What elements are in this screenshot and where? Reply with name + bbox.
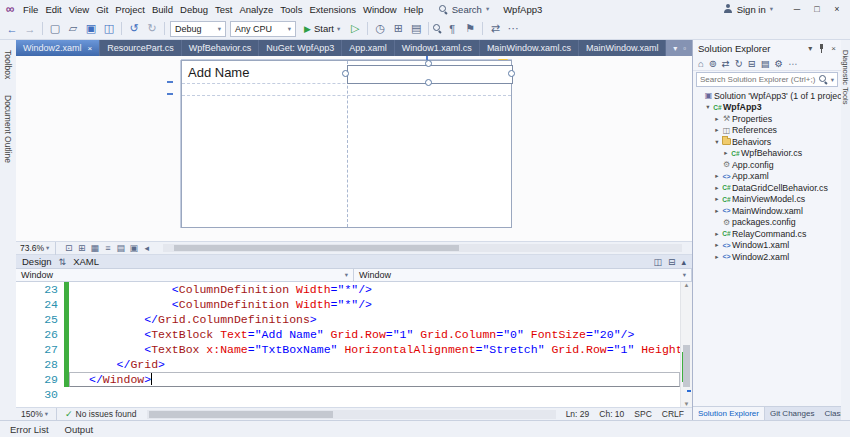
save-icon[interactable]: ▣ <box>83 22 99 35</box>
element-dropdown-left[interactable]: Window ▾ <box>16 269 354 281</box>
scrollbar-thumb[interactable] <box>174 245 459 251</box>
doc-tab-mainwindow-xaml-cs[interactable]: MainWindow.xaml.cs <box>480 40 579 56</box>
split-horizontal-icon[interactable]: ⊟ <box>668 257 676 267</box>
resize-handle-bottom[interactable] <box>425 79 432 86</box>
expander-collapsed-icon[interactable]: ▸ <box>713 241 721 249</box>
tree-item-app-config[interactable]: ⚙App.config <box>693 159 841 171</box>
tree-item-window2-xaml[interactable]: ▸<>Window2.xaml <box>693 251 841 263</box>
refresh-icon[interactable]: ↻ <box>735 58 743 69</box>
wpf-designer-surface[interactable]: Add Name <box>16 56 692 242</box>
pending-changes-filter-icon[interactable]: ⊚ <box>709 58 717 69</box>
designer-horizontal-scrollbar[interactable] <box>163 244 682 252</box>
code-line-25[interactable]: 25 </Grid.ColumnDefinitions> <box>16 312 680 327</box>
editor-horizontal-scrollbar[interactable] <box>147 410 556 419</box>
start-without-debugging-icon[interactable]: ▷ <box>347 22 363 35</box>
solution-platform-dropdown[interactable]: Any CPU▾ <box>230 21 296 37</box>
expander-collapsed-icon[interactable]: ▸ <box>713 184 721 192</box>
code-line-24[interactable]: 24 <ColumnDefinition Width="*"/> <box>16 297 680 312</box>
menu-window[interactable]: Window <box>359 3 400 16</box>
expander-collapsed-icon[interactable]: ▸ <box>713 195 721 203</box>
code-line-29[interactable]: 29</Window> <box>16 372 680 387</box>
zoom-fit-icon[interactable]: ⊡ <box>62 243 75 253</box>
batch-build-icon[interactable]: ▤ <box>408 22 424 35</box>
tree-item-behaviors[interactable]: ▾Behaviors <box>693 136 841 148</box>
show-snaplines-icon[interactable]: ≡ <box>101 243 114 253</box>
doc-tab-app-xaml[interactable]: App.xaml <box>342 40 395 56</box>
swap-panes-icon[interactable]: ⇅ <box>59 257 67 267</box>
tree-item-packages-config[interactable]: ⚙packages.config <box>693 217 841 229</box>
resize-handle-top[interactable] <box>425 60 432 67</box>
show-all-files-icon[interactable]: ▤ <box>761 58 770 69</box>
expander-collapsed-icon[interactable]: ▸ <box>713 172 721 180</box>
nav-back-icon[interactable]: ← <box>4 23 20 35</box>
close-panel-icon[interactable]: × <box>831 44 836 53</box>
tab-design[interactable]: Design <box>22 256 52 267</box>
menu-build[interactable]: Build <box>148 3 176 16</box>
tree-item-mainviewmodel-cs[interactable]: ▸C#MainViewModel.cs <box>693 194 841 206</box>
code-line-26[interactable]: 26 <TextBlock Text="Add Name" Grid.Row="… <box>16 327 680 342</box>
bookmark-icon[interactable]: ⚑ <box>462 22 478 35</box>
sync-active-document-icon[interactable]: ⇄ <box>722 58 730 69</box>
doc-tab-nuget-wpfapp3[interactable]: NuGet: WpfApp3 <box>259 40 342 56</box>
show-annotations-icon[interactable]: ▤ <box>114 243 127 253</box>
panel-header[interactable]: Solution Explorer ▾× <box>693 40 841 56</box>
row-marker-icon[interactable] <box>167 93 173 95</box>
scrollbar-thumb[interactable] <box>683 345 690 388</box>
menu-view[interactable]: View <box>65 3 92 16</box>
window-position-menu-icon[interactable]: ▾ <box>808 44 812 53</box>
design-artboard[interactable]: Add Name <box>181 60 512 228</box>
resize-handle-right[interactable] <box>508 70 515 77</box>
doc-tab-wpfbehavior-cs[interactable]: WpfBehavior.cs <box>182 40 260 56</box>
minimize-button[interactable]: ─ <box>788 4 806 14</box>
editor-vertical-scrollbar[interactable]: ▲ ▼ <box>680 282 692 407</box>
find-in-files-icon[interactable] <box>433 24 442 33</box>
performance-profiler-icon[interactable]: ◷ <box>372 22 388 35</box>
tab-list-dropdown-icon[interactable]: ▾ <box>673 44 677 53</box>
expand-pane-icon[interactable]: ▴ <box>681 257 686 267</box>
designer-zoom-dropdown[interactable]: 73.6% ▾ <box>20 243 49 253</box>
panel-tab-error-list[interactable]: Error List <box>10 424 49 435</box>
panel-tab-solution-explorer[interactable]: Solution Explorer <box>693 407 765 420</box>
menu-extensions[interactable]: Extensions <box>306 3 359 16</box>
split-vertical-icon[interactable]: ◫ <box>653 257 662 267</box>
expander-collapsed-icon[interactable]: ▸ <box>713 126 721 134</box>
menu-help[interactable]: Help <box>400 3 427 16</box>
menu-project[interactable]: Project <box>112 3 149 16</box>
close-button[interactable]: × <box>828 4 846 14</box>
expander-collapsed-icon[interactable]: ▸ <box>713 230 721 238</box>
sign-in-button[interactable]: Sign in ▾ <box>723 4 773 15</box>
element-dropdown-right[interactable]: Window ▾ <box>354 269 692 281</box>
code-line-30[interactable]: 30 <box>16 387 680 402</box>
row-marker-icon[interactable] <box>167 81 173 83</box>
code-line-28[interactable]: 28 </Grid> <box>16 357 680 372</box>
document-health-indicator[interactable]: ✓ No issues found <box>65 409 137 419</box>
toolbar-options-icon[interactable]: ⋯ <box>505 22 521 35</box>
formatting-marks-icon[interactable]: ¶ <box>444 23 460 35</box>
build-icon[interactable]: ⊞ <box>390 22 406 35</box>
maximize-button[interactable]: □ <box>808 4 826 14</box>
pin-tab-icon[interactable]: ▫ <box>683 44 686 53</box>
open-file-icon[interactable]: ▱ <box>65 22 81 35</box>
doc-tab-resourcepart-cs[interactable]: ResourcePart.cs <box>100 40 182 56</box>
expander-expanded-icon[interactable]: ▾ <box>713 138 721 146</box>
expander-collapsed-icon[interactable]: ▸ <box>713 115 721 123</box>
editor-zoom-dropdown[interactable]: 150% ▾ <box>21 409 48 419</box>
autohide-tab-toolbox[interactable]: Toolbox <box>3 50 13 79</box>
tree-item-wpfapp3[interactable]: ▾C#WpfApp3 <box>693 102 841 114</box>
scrollbar-thumb[interactable] <box>149 411 333 418</box>
tree-item-references[interactable]: ▸◫References <box>693 125 841 137</box>
tree-item-wpfbehavior-cs[interactable]: ▸C#WpfBehavior.cs <box>693 148 841 160</box>
grid-row-line[interactable] <box>182 95 511 96</box>
solution-configuration-dropdown[interactable]: Debug▾ <box>170 21 226 37</box>
tree-item-properties[interactable]: ▸⚒Properties <box>693 113 841 125</box>
se-search-input[interactable] <box>700 75 816 84</box>
snap-to-grid-icon[interactable]: ▦ <box>88 243 101 253</box>
effects-icon[interactable]: ▣ <box>127 243 140 253</box>
menu-git[interactable]: Git <box>93 3 112 16</box>
start-debugging-button[interactable]: ▶Start▾ <box>299 20 345 38</box>
menu-file[interactable]: File <box>20 3 42 16</box>
expander-collapsed-icon[interactable]: ▸ <box>713 207 721 215</box>
quick-search[interactable]: Search ▾ <box>439 4 489 15</box>
scroll-up-icon[interactable]: ▲ <box>681 282 692 288</box>
se-search-box[interactable]: ▾ <box>696 72 838 87</box>
